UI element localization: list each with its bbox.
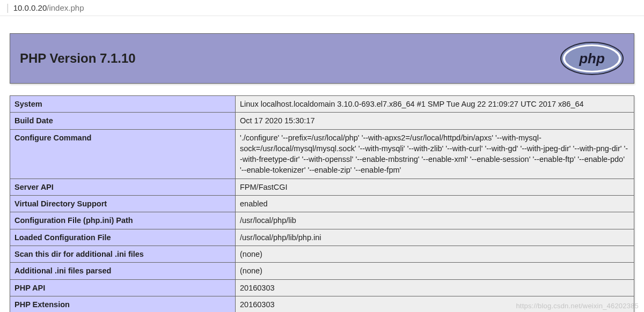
table-row: Configuration File (php.ini) Path/usr/lo… <box>10 212 634 229</box>
table-row: Server APIFPM/FastCGI <box>10 179 634 195</box>
row-key: Configure Command <box>10 129 236 179</box>
row-value: 20160303 <box>236 279 634 296</box>
php-logo-icon: php <box>560 41 624 76</box>
table-row: Virtual Directory Supportenabled <box>10 196 634 212</box>
watermark: https://blog.csdn.net/weixin_46202385 <box>516 302 639 310</box>
row-key: Server API <box>10 179 236 195</box>
phpinfo-rows: SystemLinux localhost.localdomain 3.10.0… <box>10 96 634 313</box>
browser-url-bar[interactable]: | 10.0.0.20/index.php <box>0 0 644 16</box>
row-key: System <box>10 96 236 113</box>
url-text: 10.0.0.20/index.php <box>13 3 84 12</box>
row-value: FPM/FastCGI <box>236 179 634 195</box>
table-row: PHP API20160303 <box>10 279 634 296</box>
row-key: PHP API <box>10 279 236 296</box>
table-row: Scan this dir for additional .ini files(… <box>10 246 634 262</box>
row-key: Loaded Configuration File <box>10 229 236 246</box>
row-value: (none) <box>236 246 634 262</box>
url-host: 10.0.0.20 <box>13 3 47 12</box>
phpinfo-page: PHP Version 7.1.10 php SystemLinux local… <box>0 16 644 312</box>
row-value: /usr/local/php/lib/php.ini <box>236 229 634 246</box>
row-key: Virtual Directory Support <box>10 196 236 212</box>
table-row: Configure Command'./configure' '--prefix… <box>10 129 634 179</box>
row-key: Additional .ini files parsed <box>10 263 236 279</box>
row-value: (none) <box>236 263 634 279</box>
table-row: SystemLinux localhost.localdomain 3.10.0… <box>10 96 634 113</box>
row-value: Linux localhost.localdomain 3.10.0-693.e… <box>236 96 634 113</box>
row-value: /usr/local/php/lib <box>236 212 634 229</box>
row-value: Oct 17 2020 15:30:17 <box>236 113 634 129</box>
row-key: Scan this dir for additional .ini files <box>10 246 236 262</box>
row-value: enabled <box>236 196 634 212</box>
url-bar-divider: | <box>6 2 9 13</box>
phpinfo-header: PHP Version 7.1.10 php <box>10 33 634 84</box>
table-row: Build DateOct 17 2020 15:30:17 <box>10 113 634 129</box>
table-row: Loaded Configuration File/usr/local/php/… <box>10 229 634 246</box>
row-key: PHP Extension <box>10 296 236 312</box>
row-value: './configure' '--prefix=/usr/local/php' … <box>236 129 634 179</box>
page-title: PHP Version 7.1.10 <box>20 51 136 66</box>
url-path: /index.php <box>47 3 84 12</box>
table-row: Additional .ini files parsed(none) <box>10 263 634 279</box>
row-key: Build Date <box>10 113 236 129</box>
phpinfo-table: SystemLinux localhost.localdomain 3.10.0… <box>10 95 634 312</box>
row-key: Configuration File (php.ini) Path <box>10 212 236 229</box>
svg-text:php: php <box>579 50 605 66</box>
